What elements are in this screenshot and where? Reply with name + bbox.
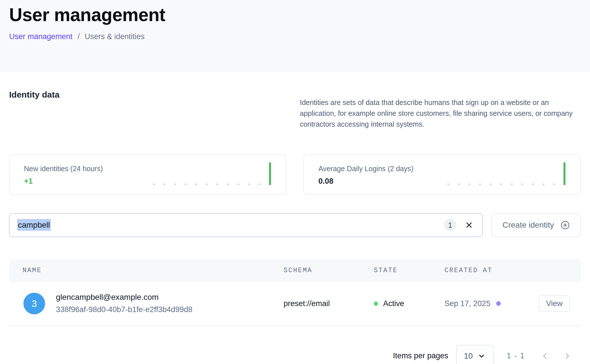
spark-flat-point: [458, 183, 460, 185]
identities-table: NAME SCHEMA STATE CREATED AT 3 glencampb…: [9, 259, 581, 326]
search-input-text-area: campbell: [17, 221, 444, 230]
search-result-count-badge: 1: [444, 219, 456, 231]
previous-page-button[interactable]: [539, 350, 551, 362]
page-header: User management User management / Users …: [0, 0, 590, 72]
chevron-right-icon: [563, 351, 572, 361]
spark-spike-bar: [563, 162, 565, 185]
breadcrumb-link-user-management[interactable]: User management: [9, 32, 72, 41]
metric-card-average-daily-logins: Average Daily Logins (2 days) 0.08: [304, 154, 581, 195]
identity-schema: preset://email: [284, 299, 374, 308]
identity-state-cell: Active: [374, 299, 444, 308]
table-header-row: NAME SCHEMA STATE CREATED AT: [9, 259, 581, 282]
spark-flat-point: [153, 183, 155, 185]
section-heading: Identity data: [9, 90, 60, 100]
search-row: campbell 1 Create identity: [9, 213, 581, 237]
table-row: 3 glencampbell@example.com 338f96af-98d0…: [9, 282, 581, 326]
breadcrumb-separator: /: [78, 32, 80, 41]
sparkline-chart: [447, 162, 565, 185]
spark-flat-point: [542, 183, 544, 185]
spark-flat-point: [227, 183, 229, 185]
spark-flat-point: [532, 183, 534, 185]
search-input[interactable]: campbell 1: [9, 213, 483, 237]
spark-flat-point: [185, 183, 187, 185]
spark-flat-point: [163, 183, 165, 185]
view-button[interactable]: View: [539, 295, 570, 312]
active-status-dot: [374, 302, 378, 306]
chevron-down-icon: [477, 352, 486, 360]
spark-flat-point: [174, 183, 176, 185]
spark-flat-point: [258, 183, 260, 185]
metric-card-new-identities: New identities (24 hours) +1: [9, 154, 286, 195]
main-content: Identity data Identities are sets of dat…: [0, 90, 590, 364]
search-input-value: campbell: [17, 219, 51, 231]
identity-action-cell: View: [539, 295, 589, 312]
spark-flat-point: [447, 183, 449, 185]
spark-flat-point: [490, 183, 492, 185]
spark-flat-point: [468, 183, 470, 185]
identity-id: 338f96af-98d0-40b7-b1fe-e2ff3b4d99d8: [56, 306, 192, 314]
close-icon: [464, 221, 474, 230]
section-description: Identities are sets of data that describ…: [300, 97, 581, 130]
spark-flat-point: [500, 183, 502, 185]
next-page-button[interactable]: [561, 350, 573, 362]
create-identity-button[interactable]: Create identity: [492, 213, 581, 237]
create-identity-label: Create identity: [502, 221, 554, 230]
sparkline-chart: [153, 162, 271, 185]
pagination-range: 1 - 1: [507, 351, 525, 360]
spark-flat-point: [511, 183, 513, 185]
page-title: User management: [9, 5, 581, 26]
created-at-dot: [496, 301, 501, 306]
spark-flat-point: [248, 183, 250, 185]
plus-circle-icon: [560, 220, 570, 230]
identity-name-stack: glencampbell@example.com 338f96af-98d0-4…: [56, 293, 192, 314]
identity-email: glencampbell@example.com: [56, 293, 192, 302]
identity-data-section-header: Identity data Identities are sets of dat…: [9, 90, 581, 137]
spark-flat-point: [216, 183, 218, 185]
column-header-created-at: CREATED AT: [444, 267, 539, 274]
spark-flat-point: [479, 183, 481, 185]
spark-flat-point: [553, 183, 555, 185]
metric-cards: New identities (24 hours) +1 Average Dai…: [9, 154, 581, 195]
breadcrumb-current: Users & identities: [85, 32, 145, 41]
avatar: 3: [23, 293, 45, 314]
spark-flat-point: [206, 183, 208, 185]
column-header-name: NAME: [9, 267, 284, 274]
identity-created-at: Sep 17, 2025: [444, 299, 490, 308]
items-per-page-select[interactable]: 10: [456, 345, 494, 364]
spark-flat-point: [195, 183, 197, 185]
identity-created-cell: Sep 17, 2025: [444, 299, 539, 308]
pagination: Items per pages 10 1 - 1: [9, 345, 581, 364]
chevron-left-icon: [540, 351, 549, 361]
identity-state: Active: [383, 299, 404, 308]
breadcrumb: User management / Users & identities: [9, 32, 581, 41]
column-header-schema: SCHEMA: [284, 267, 374, 274]
identity-name-cell: 3 glencampbell@example.com 338f96af-98d0…: [9, 293, 284, 314]
spark-flat-point: [521, 183, 523, 185]
spark-flat-point: [237, 183, 239, 185]
items-per-page-label: Items per pages: [393, 351, 448, 360]
items-per-page-value: 10: [464, 351, 473, 361]
clear-search-button[interactable]: [463, 219, 475, 231]
column-header-state: STATE: [374, 267, 444, 274]
spark-spike-bar: [269, 162, 271, 185]
